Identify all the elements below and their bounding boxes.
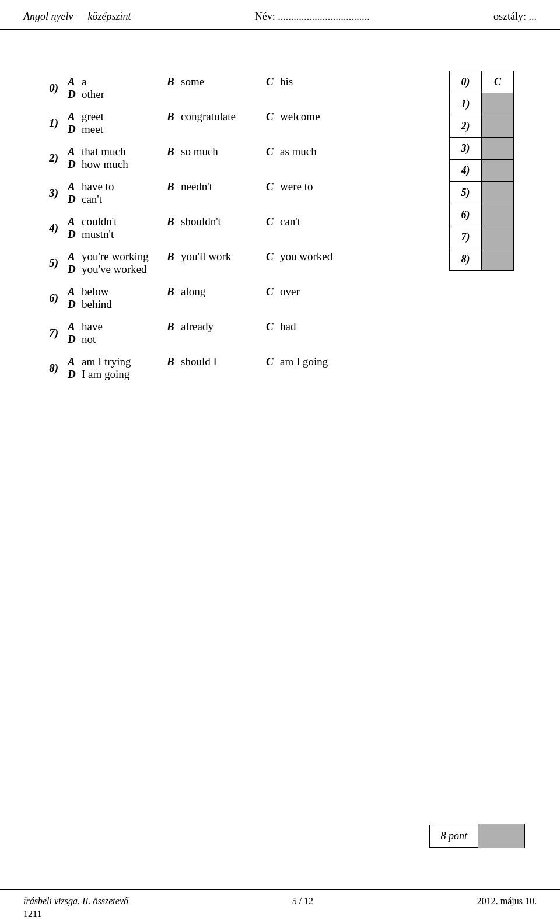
option-text: not (82, 333, 96, 346)
option-text: you're working (82, 250, 149, 263)
option-item: Chad (266, 320, 354, 333)
option-text: that much (82, 145, 125, 158)
option-letter: D (68, 228, 78, 241)
class-dots: ... (529, 10, 537, 22)
option-letter: D (68, 333, 78, 346)
option-letter: B (167, 75, 177, 88)
option-letter: B (167, 110, 177, 123)
answer-row-value[interactable] (482, 138, 514, 160)
option-item: Abelow (68, 285, 155, 298)
footer-code: 1211 (23, 909, 41, 919)
option-item: Bshould I (167, 355, 254, 368)
name-label: Név: (255, 10, 275, 22)
question-options: Ayou're workingByou'll workCyou workedDy… (68, 250, 438, 276)
question-row: 2)Athat muchBso muchCas muchDhow much (35, 141, 438, 176)
option-text: should I (181, 355, 217, 368)
option-text: already (181, 320, 214, 333)
option-letter: A (68, 145, 78, 158)
option-letter: B (167, 285, 177, 298)
option-item: Bneedn't (167, 180, 254, 193)
option-letter: C (266, 110, 276, 123)
option-item: Cyou worked (266, 250, 354, 263)
option-letter: C (266, 215, 276, 228)
page-header: Angol nyelv — középszint Név: ..........… (0, 0, 560, 30)
option-item: Dbehind (68, 298, 155, 311)
footer-page-number: 5 / 12 (292, 896, 313, 907)
option-text: so much (181, 145, 218, 158)
option-text: mustn't (82, 228, 114, 241)
main-content: 0)AaBsomeChisDother1)AgreetBcongratulate… (0, 30, 560, 409)
option-text: some (181, 75, 204, 88)
option-text: can't (280, 215, 300, 228)
score-value-box (478, 824, 525, 848)
option-letter: C (266, 145, 276, 158)
option-text: over (280, 285, 300, 298)
question-row: 6)AbelowBalongCoverDbehind (35, 281, 438, 316)
answer-row-value[interactable]: C (482, 71, 514, 93)
option-text: shouldn't (181, 215, 221, 228)
answer-row: 7) (450, 226, 514, 249)
answer-row-number: 3) (450, 138, 482, 160)
answer-row-value[interactable] (482, 160, 514, 182)
question-number: 3) (35, 187, 58, 200)
option-letter: D (68, 88, 78, 101)
option-item: Agreet (68, 110, 155, 123)
option-letter: C (266, 285, 276, 298)
answer-row-value[interactable] (482, 249, 514, 271)
answer-row-number: 4) (450, 160, 482, 182)
option-text: needn't (181, 180, 212, 193)
answer-row-value[interactable] (482, 226, 514, 249)
question-number: 5) (35, 257, 58, 270)
option-text: a (82, 75, 86, 88)
answer-row-value[interactable] (482, 182, 514, 204)
option-text: his (280, 75, 293, 88)
question-number: 1) (35, 117, 58, 130)
option-text: I am going (82, 368, 130, 381)
option-text: how much (82, 158, 128, 171)
option-item: Aa (68, 75, 155, 88)
option-letter: A (68, 75, 78, 88)
question-options: AhaveBalreadyChadDnot (68, 320, 438, 346)
name-dots: ................................... (278, 10, 370, 22)
answer-row-value[interactable] (482, 93, 514, 116)
option-letter: D (68, 158, 78, 171)
option-item: Bshouldn't (167, 215, 254, 228)
answer-row-value[interactable] (482, 116, 514, 138)
option-item: Cwelcome (266, 110, 354, 123)
option-text: am I going (280, 355, 328, 368)
option-text: you'll work (181, 250, 231, 263)
answer-row: 4) (450, 160, 514, 182)
option-letter: A (68, 250, 78, 263)
answer-row-value[interactable] (482, 204, 514, 226)
option-letter: D (68, 263, 78, 276)
answer-row-number: 5) (450, 182, 482, 204)
question-options: Ahave toBneedn'tCwere toDcan't (68, 180, 438, 206)
option-text: as much (280, 145, 317, 158)
option-letter: B (167, 145, 177, 158)
option-letter: A (68, 285, 78, 298)
question-row: 3)Ahave toBneedn'tCwere toDcan't (35, 176, 438, 211)
question-number: 8) (35, 362, 58, 374)
answer-row-number: 8) (450, 249, 482, 271)
option-item: Bso much (167, 145, 254, 158)
question-options: Athat muchBso muchCas muchDhow much (68, 145, 438, 171)
answer-row: 0)C (450, 71, 514, 93)
question-number: 0) (35, 82, 58, 94)
question-row: 4)Acouldn'tBshouldn'tCcan'tDmustn't (35, 211, 438, 246)
option-text: couldn't (82, 215, 117, 228)
answer-row-number: 7) (450, 226, 482, 249)
option-item: Bcongratulate (167, 110, 254, 123)
option-item: Dcan't (68, 193, 155, 206)
question-row: 1)AgreetBcongratulateCwelcomeDmeet (35, 106, 438, 141)
option-letter: A (68, 215, 78, 228)
option-text: behind (82, 298, 112, 311)
option-letter: D (68, 298, 78, 311)
question-options: AbelowBalongCoverDbehind (68, 285, 438, 311)
option-text: you've worked (82, 263, 147, 276)
option-item: Cas much (266, 145, 354, 158)
option-item: Aam I trying (68, 355, 155, 368)
option-text: am I trying (82, 355, 131, 368)
answer-row: 1) (450, 93, 514, 116)
option-letter: A (68, 320, 78, 333)
answers-column: 0)C1)2)3)4)5)6)7)8) (449, 71, 525, 386)
